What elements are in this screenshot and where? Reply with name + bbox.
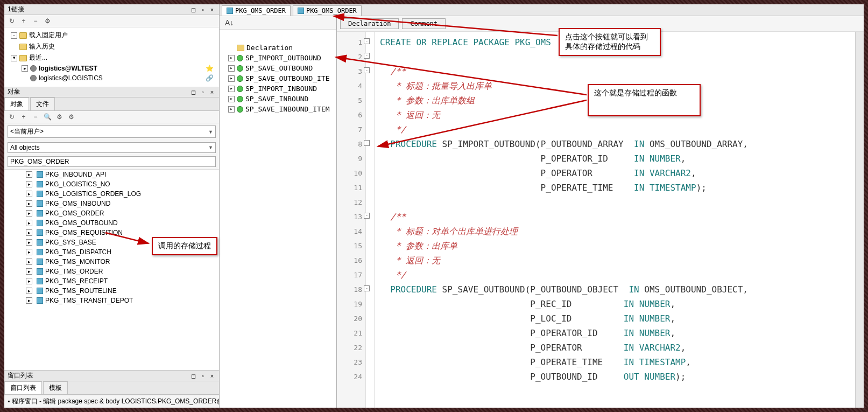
tab-files[interactable]: 文件 — [30, 97, 55, 110]
tree-toggle-icon[interactable]: ▸ — [26, 220, 32, 226]
tree-toggle-icon[interactable]: ▸ — [26, 171, 32, 178]
package-row[interactable]: ▸PKG_TMS_TRANSIT_DEPOT — [4, 296, 219, 305]
procedure-row[interactable]: ▸SP_SAVE_OUTBOUND_ITE — [220, 73, 336, 83]
tree-row[interactable]: ▾最近... — [6, 52, 217, 64]
connections-panel-header: 1链接 ◻ ▫ × — [4, 4, 219, 15]
tree-toggle-icon[interactable]: ▸ — [26, 288, 32, 294]
outline-tree[interactable]: Declaration▸SP_IMPORT_OUTBOUND▸SP_SAVE_O… — [220, 30, 336, 408]
panel-pin-icon[interactable]: ▫ — [199, 88, 207, 96]
tree-label: logistics@WLTEST — [39, 65, 97, 72]
declaration-button[interactable]: Declaration — [340, 18, 399, 29]
tree-row[interactable]: -载入固定用户 — [6, 30, 217, 41]
remove-icon[interactable]: − — [31, 113, 40, 121]
connections-tree[interactable]: -载入固定用户输入历史▾最近...▸logistics@WLTEST⭐logis… — [4, 27, 219, 87]
package-row[interactable]: ▸PKG_OMS_OUTBOUND — [4, 218, 219, 228]
tree-row[interactable]: 输入历史 — [6, 41, 217, 52]
tree-toggle-icon[interactable]: ▸ — [26, 278, 32, 284]
procedure-row[interactable]: ▸SP_IMPORT_INBOUND — [220, 83, 336, 94]
panel-close-icon[interactable]: × — [208, 6, 216, 13]
panel-close-icon[interactable]: × — [208, 372, 216, 380]
add-icon[interactable]: + — [19, 17, 28, 25]
tree-toggle-icon[interactable]: ▸ — [26, 210, 32, 217]
panel-pin-icon[interactable]: ▫ — [199, 6, 207, 13]
tree-toggle-icon[interactable]: ▸ — [26, 191, 32, 197]
gear-icon[interactable]: ⚙ — [55, 113, 63, 121]
package-icon — [37, 191, 43, 197]
add-icon[interactable]: + — [19, 113, 28, 121]
vertical-scrollbar[interactable] — [855, 32, 864, 408]
tree-toggle-icon[interactable]: ▸ — [26, 200, 32, 207]
tab-objects[interactable]: 对象 — [4, 97, 29, 110]
tree-toggle-icon[interactable]: ▸ — [228, 65, 235, 72]
tree-toggle-icon[interactable]: ▸ — [22, 65, 28, 72]
objects-tabs: 对象 文件 — [4, 97, 219, 111]
tree-toggle-icon[interactable]: ▸ — [26, 259, 32, 265]
package-row[interactable]: ▸PKG_OMS_REQUISITION — [4, 228, 219, 238]
panel-dock-icon[interactable]: ◻ — [189, 88, 197, 96]
tree-toggle-icon[interactable]: ▸ — [26, 229, 32, 236]
sort-az-icon[interactable]: A↓ — [223, 18, 236, 27]
package-row[interactable]: ▸PKG_LOGISTICS_NO — [4, 179, 219, 189]
tree-toggle-icon[interactable]: - — [11, 32, 17, 39]
fold-icon[interactable]: - — [364, 140, 370, 146]
procedure-row[interactable]: ▸SP_SAVE_INBOUND — [220, 94, 336, 104]
tree-toggle-icon[interactable]: ▾ — [11, 55, 17, 61]
user-combo[interactable]: <当前用户> — [8, 125, 216, 138]
tree-toggle-icon[interactable]: ▸ — [228, 55, 235, 61]
fold-icon[interactable]: - — [364, 285, 370, 291]
tree-row[interactable]: ▸logistics@WLTEST⭐ — [6, 64, 217, 73]
panel-dock-icon[interactable]: ◻ — [189, 372, 197, 380]
object-type-combo[interactable]: All objects — [8, 142, 216, 153]
gear-icon[interactable]: ⚙ — [67, 113, 75, 121]
panel-pin-icon[interactable]: ▫ — [199, 372, 207, 380]
tree-label: 载入固定用户 — [29, 31, 68, 40]
tree-toggle-icon[interactable]: ▸ — [26, 297, 32, 304]
fold-icon[interactable]: - — [364, 38, 370, 44]
refresh-icon[interactable]: ↻ — [8, 17, 16, 25]
procedure-row[interactable]: ▸SP_SAVE_INBOUND_ITEM — [220, 104, 336, 114]
fold-strip[interactable] — [366, 32, 375, 408]
fold-icon[interactable]: - — [364, 53, 370, 59]
tree-toggle-icon[interactable]: ▸ — [26, 249, 32, 255]
procedure-row[interactable]: ▸SP_SAVE_OUTBOUND — [220, 63, 336, 73]
windowlist-tabs: 窗口列表 模板 — [4, 381, 219, 395]
editor-tab-2[interactable]: PKG_OMS_ORDER — [293, 5, 362, 16]
tab-windowlist[interactable]: 窗口列表 — [4, 381, 42, 394]
package-row[interactable]: ▸PKG_TMS_MONITOR — [4, 257, 219, 267]
fold-icon[interactable]: - — [364, 67, 370, 73]
tree-toggle-icon[interactable]: ▸ — [26, 268, 32, 275]
refresh-icon[interactable]: ↻ — [8, 113, 16, 121]
editor-tab-1[interactable]: PKG_OMS_ORDER — [222, 5, 291, 16]
package-row[interactable]: ▸PKG_TMS_ORDER — [4, 267, 219, 276]
tree-toggle-icon[interactable]: ▸ — [26, 239, 32, 246]
tree-toggle-icon[interactable]: ▸ — [26, 181, 32, 187]
comment-button[interactable]: Comment — [402, 18, 446, 29]
search-icon[interactable]: 🔍 — [43, 113, 52, 121]
procedure-label: SP_SAVE_OUTBOUND_ITE — [245, 74, 330, 82]
panel-dock-icon[interactable]: ◻ — [189, 6, 197, 13]
filter-input[interactable] — [8, 156, 216, 167]
package-row[interactable]: ▸PKG_OMS_INBOUND — [4, 199, 219, 208]
package-tree[interactable]: ▸PKG_INBOUND_API▸PKG_LOGISTICS_NO▸PKG_LO… — [4, 169, 219, 370]
procedure-row[interactable]: ▸SP_IMPORT_OUTBOUND — [220, 53, 336, 63]
annotation-1: 调用的存储过程 — [152, 237, 217, 255]
package-icon — [37, 278, 43, 284]
package-row[interactable]: ▸PKG_INBOUND_API — [4, 170, 219, 179]
panel-close-icon[interactable]: × — [208, 88, 216, 96]
remove-icon[interactable]: − — [31, 17, 40, 25]
package-row[interactable]: ▸PKG_LOGISTICS_ORDER_LOG — [4, 189, 219, 199]
tab-templates[interactable]: 模板 — [43, 381, 68, 394]
declaration-node[interactable]: Declaration — [220, 43, 336, 53]
package-label: PKG_INBOUND_API — [45, 171, 106, 178]
tree-toggle-icon[interactable]: ▸ — [228, 86, 235, 92]
package-row[interactable]: ▸PKG_OMS_ORDER — [4, 208, 219, 218]
tree-toggle-icon[interactable]: ▸ — [228, 75, 235, 82]
tree-row[interactable]: logistics@LOGISTICS🔗 — [6, 73, 217, 83]
fold-icon[interactable]: - — [364, 213, 370, 219]
package-row[interactable]: ▸PKG_TMS_RECEIPT — [4, 276, 219, 286]
package-icon — [37, 297, 43, 304]
tree-toggle-icon[interactable]: ▸ — [228, 96, 235, 102]
package-row[interactable]: ▸PKG_TMS_ROUTELINE — [4, 286, 219, 296]
tree-toggle-icon[interactable]: ▸ — [228, 106, 235, 113]
settings-icon[interactable]: ⚙ — [43, 17, 52, 25]
